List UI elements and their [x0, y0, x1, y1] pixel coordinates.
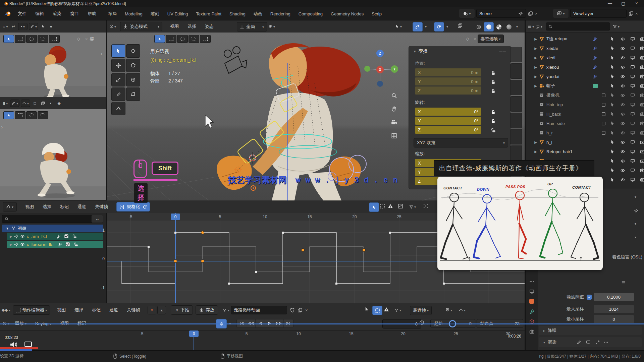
brush-icon[interactable]: ▾: [29, 23, 38, 30]
object-name[interactable]: Hair_side: [546, 121, 565, 126]
render-disabled-icon[interactable]: [640, 149, 644, 154]
outliner-row[interactable]: ▶ h_l: [533, 137, 644, 147]
channel-expand-toggle[interactable]: ↔: [91, 215, 103, 223]
workspace-tab[interactable]: Scrip: [368, 10, 386, 18]
dope-menu-item[interactable]: 通道: [105, 307, 122, 313]
new-scene-icon[interactable]: [528, 11, 533, 16]
mirror-icon[interactable]: □: [32, 100, 38, 107]
pin-icon[interactable]: [14, 234, 18, 239]
outliner-row[interactable]: ▶ Retopo_hair1: [533, 147, 644, 156]
expand-icon[interactable]: ▶: [533, 37, 538, 41]
properties-tab-icon[interactable]: [526, 306, 538, 316]
close-icon[interactable]: ×: [635, 1, 638, 6]
proportional-edit-icon[interactable]: [434, 22, 444, 32]
pan-hand-icon[interactable]: [389, 104, 399, 114]
shading-wireframe-icon[interactable]: [474, 23, 483, 31]
selectable-icon[interactable]: [610, 177, 615, 182]
properties-tab-icon[interactable]: [526, 316, 538, 326]
sidebar-tab[interactable]: [510, 113, 522, 128]
outliner-row[interactable]: ▶ 摄像机: [533, 90, 644, 100]
channel-enable-checkbox[interactable]: [65, 242, 70, 247]
arrow-icon[interactable]: [40, 23, 46, 30]
workspace-tab[interactable]: UV Editing: [163, 10, 192, 18]
tool-transform[interactable]: [126, 73, 140, 86]
object-name[interactable]: xiedi: [546, 55, 555, 60]
shading-rendered-icon[interactable]: [504, 23, 513, 31]
object-name[interactable]: Hair_top: [546, 102, 563, 107]
proportional-edit-icon[interactable]: ▾: [459, 307, 466, 313]
action-icon[interactable]: ▾: [223, 307, 229, 313]
rotation-mode-dropdown[interactable]: XYZ 欧拉▾: [414, 138, 508, 147]
panel-menu-icon[interactable]: ☰: [622, 280, 626, 285]
lock-open-icon[interactable]: [73, 242, 78, 247]
collection-checkbox[interactable]: [601, 121, 606, 126]
display-icon[interactable]: [586, 340, 591, 345]
select-lasso-button[interactable]: [189, 35, 199, 43]
select-visibility-icon[interactable]: ▾: [395, 23, 402, 30]
minimize-icon[interactable]: —: [608, 1, 612, 6]
viewport-hide-icon[interactable]: [630, 37, 635, 41]
properties-tab-icon[interactable]: [526, 286, 538, 296]
tool-scale[interactable]: [111, 73, 125, 86]
object-name[interactable]: 帽子: [546, 83, 555, 89]
dope-mode-dropdown[interactable]: 动作编辑器▾: [13, 305, 50, 315]
visibility-eye-icon[interactable]: [20, 234, 25, 239]
graph-menu-item[interactable]: 通道: [73, 204, 91, 210]
sidebar-tab[interactable]: [510, 80, 522, 95]
snap-options-chevron[interactable]: ▾: [425, 25, 427, 28]
visibility-eye-icon[interactable]: [620, 130, 625, 135]
scene-collection-icon[interactable]: ▾: [459, 9, 475, 18]
expand-icon[interactable]: ▶: [533, 47, 538, 50]
max-samples-field[interactable]: 1024: [594, 305, 634, 313]
fake-user-shield-icon[interactable]: [290, 308, 295, 313]
scene-name-field[interactable]: Scene: [476, 9, 526, 18]
visibility-eye-icon[interactable]: [620, 37, 625, 42]
lock-icon[interactable]: [491, 108, 496, 117]
visibility-eye-icon[interactable]: [620, 159, 625, 164]
outliner-display-mode-icon[interactable]: ▾: [536, 23, 542, 30]
channel-search-input[interactable]: [2, 215, 93, 223]
workspace-tab[interactable]: Texture Paint: [192, 10, 225, 18]
viewport-hide-icon[interactable]: [630, 74, 635, 79]
tool-pose-breakdowner[interactable]: [111, 102, 125, 115]
viewport-menu-item[interactable]: 视图: [166, 23, 183, 29]
tool-cursor[interactable]: [126, 44, 140, 58]
lock-open-icon[interactable]: [72, 234, 77, 239]
refresh-icon[interactable]: [143, 205, 147, 209]
viewport-hide-icon[interactable]: [630, 140, 635, 144]
render-disabled-icon[interactable]: [640, 83, 644, 88]
selectable-icon[interactable]: [610, 130, 615, 135]
timeline-current-frame-badge[interactable]: 0: [189, 330, 199, 337]
dope-menu-item[interactable]: 选择: [70, 307, 88, 313]
sidebar-tab[interactable]: [510, 63, 522, 79]
editor-type-icon[interactable]: ▮▾: [2, 100, 9, 107]
visibility-eye-icon[interactable]: [620, 55, 625, 60]
zoom-icon[interactable]: [389, 90, 399, 101]
min-samples-field[interactable]: 0: [594, 315, 634, 323]
selectable-icon[interactable]: [610, 65, 615, 69]
outliner-row[interactable]: ▶ T恤-retopo: [533, 34, 644, 44]
panel-chevron[interactable]: ▾: [635, 235, 636, 239]
outliner-search-input[interactable]: [546, 22, 610, 31]
workspace-tab[interactable]: Modeling: [121, 10, 147, 18]
render-disabled-icon[interactable]: [640, 130, 644, 135]
dope-menu-item[interactable]: 标记: [88, 307, 105, 313]
location-field[interactable]: Y0 m: [415, 77, 481, 85]
select-box-button[interactable]: [15, 35, 25, 43]
collection-checkbox[interactable]: [601, 131, 606, 135]
graph-menu-item[interactable]: 标记: [56, 204, 73, 210]
visibility-eye-icon[interactable]: [620, 149, 625, 154]
workspace-tab[interactable]: 动画: [250, 9, 266, 18]
pin-icon[interactable]: [634, 208, 638, 214]
panel-chevron[interactable]: ▾: [635, 195, 636, 199]
rotation-field[interactable]: Y0°: [415, 117, 481, 125]
outliner-row[interactable]: ▶ 帽子: [533, 81, 644, 90]
overlay-icon[interactable]: [40, 100, 46, 107]
modifier-wrench-icon[interactable]: [58, 242, 62, 247]
maximize-icon[interactable]: ▢: [621, 1, 625, 6]
render-disabled-icon[interactable]: [640, 46, 644, 51]
workspace-tab[interactable]: Geometry Nodes: [327, 10, 368, 18]
object-name[interactable]: H_back: [546, 112, 561, 117]
viewport-hide-icon[interactable]: [630, 159, 635, 163]
menu-item[interactable]: 文件: [13, 11, 31, 17]
